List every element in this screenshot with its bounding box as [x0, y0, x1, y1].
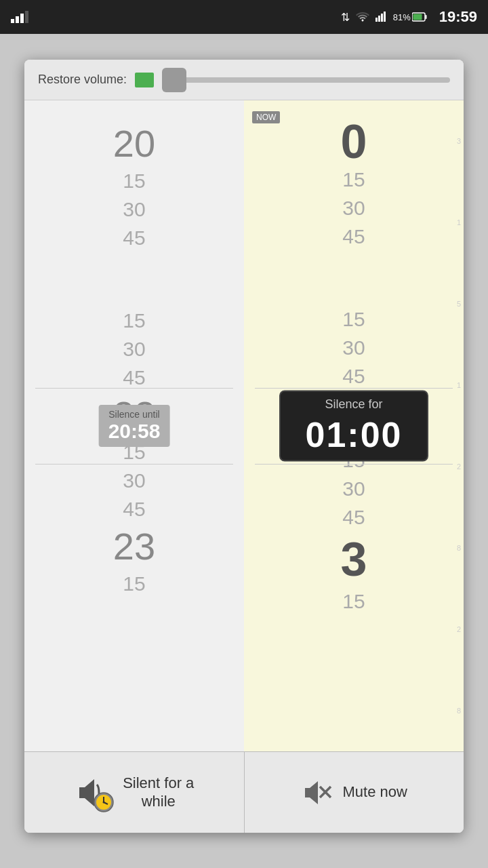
minute-tick-15d: 15 [244, 591, 464, 612]
volume-slider-track[interactable] [162, 77, 450, 83]
hour-tick-20: 20 [24, 125, 244, 163]
status-time: 19:59 [439, 8, 477, 26]
speaker-clock-icon [74, 772, 115, 813]
silence-for-box: Silence for 01:00 [279, 391, 428, 462]
minute-tick-15b: 15 [244, 309, 464, 330]
status-bar: ⇅ 81% [0, 0, 488, 34]
picker-divider-bottom-left [35, 464, 233, 465]
svg-rect-0 [375, 18, 378, 22]
svg-point-11 [103, 801, 105, 803]
hour-tick-15d: 15 [24, 574, 244, 594]
status-icons: ⇅ 81% [341, 8, 477, 26]
hours-column[interactable]: Silence until 20:58 20 15 30 45 15 30 45… [24, 100, 244, 751]
minute-tick-3: 3 [244, 536, 464, 583]
minute-tick-15a: 15 [244, 170, 464, 190]
picker-divider-top-right [255, 388, 453, 389]
svg-rect-5 [425, 15, 426, 19]
svg-rect-3 [384, 12, 386, 22]
hour-tick-23: 23 [24, 528, 244, 566]
hour-tick-45a: 45 [24, 228, 244, 248]
wifi-icon [355, 11, 370, 24]
svg-rect-2 [381, 14, 383, 22]
svg-rect-1 [378, 16, 380, 22]
silence-for-time: 01:00 [291, 414, 416, 455]
hour-tick-15b: 15 [24, 311, 244, 331]
sync-icon: ⇅ [341, 11, 350, 24]
silent-for-while-label: Silent for awhile [123, 774, 194, 810]
silence-until-box: Silence until 20:58 [99, 405, 170, 447]
minutes-tick-list: 0 15 30 45 15 30 45 2 15 30 45 3 15 [244, 100, 464, 623]
minute-tick-45a: 45 [244, 226, 464, 247]
picker-area[interactable]: Silence until 20:58 20 15 30 45 15 30 45… [24, 100, 464, 751]
status-bar-left [11, 11, 28, 23]
svg-rect-6 [413, 14, 422, 20]
hour-tick-45b: 45 [24, 368, 244, 388]
hour-tick-15a: 15 [24, 171, 244, 191]
minute-tick-45c: 45 [244, 507, 464, 528]
minute-tick-30a: 30 [244, 198, 464, 218]
minute-tick-0: 0 [244, 118, 464, 165]
signal-bars-icon [11, 11, 28, 23]
cellular-icon [375, 11, 388, 24]
silent-for-while-button[interactable]: Silent for awhile [24, 752, 245, 833]
volume-green-indicator [135, 73, 154, 87]
restore-volume-bar: Restore volume: [24, 60, 464, 100]
minutes-column[interactable]: NOW Silence for 01:00 0 15 30 45 15 30 4… [244, 100, 464, 751]
picker-divider-bottom-right [255, 464, 453, 465]
minute-tick-30b: 30 [244, 338, 464, 358]
minute-tick-30c: 30 [244, 479, 464, 499]
mute-now-button[interactable]: Mute now [245, 752, 464, 833]
silence-until-label: Silence until [108, 409, 161, 420]
minute-tick-45b: 45 [244, 366, 464, 387]
bottom-buttons: Silent for awhile Mute now [24, 751, 464, 833]
silence-for-title: Silence for [291, 397, 416, 412]
hour-tick-30a: 30 [24, 199, 244, 220]
hours-tick-list: 20 15 30 45 15 30 45 22 15 30 45 23 15 [24, 100, 244, 605]
hour-tick-45c: 45 [24, 499, 244, 519]
hour-tick-30c: 30 [24, 471, 244, 491]
side-ticks: 3 1 5 1 2 8 2 8 [457, 100, 461, 751]
battery-icon: 81% [393, 12, 427, 22]
now-label: NOW [252, 111, 280, 123]
restore-volume-label: Restore volume: [38, 73, 127, 87]
silence-until-time: 20:58 [108, 420, 161, 443]
main-dialog: Restore volume: Silence until 20:58 20 1… [24, 60, 464, 833]
hour-tick-30b: 30 [24, 339, 244, 359]
picker-divider-top-left [35, 388, 233, 389]
mute-icon [301, 776, 335, 810]
volume-slider-thumb[interactable] [162, 68, 186, 92]
mute-now-label: Mute now [343, 783, 407, 801]
